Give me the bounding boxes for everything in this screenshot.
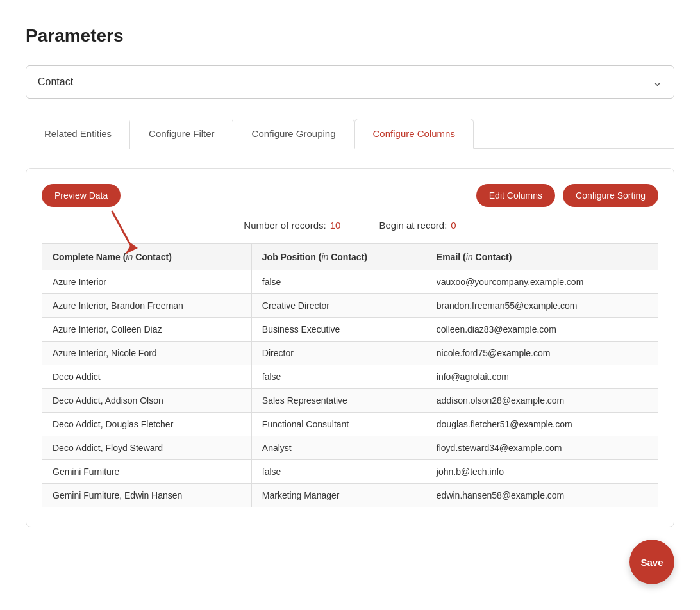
configure-sorting-button[interactable]: Configure Sorting <box>563 184 658 207</box>
col-header-job: Job Position (in Contact) <box>251 244 426 270</box>
cell-name: Deco Addict, Floyd Steward <box>42 436 252 460</box>
cell-email: douglas.fletcher51@example.com <box>426 413 658 436</box>
toolbar-left: Preview Data <box>42 184 121 207</box>
stats-row: Number of records: 10 Begin at record: 0 <box>42 220 658 231</box>
table-row: Gemini Furniturefalsejohn.b@tech.info <box>42 460 658 484</box>
cell-job: Analyst <box>251 436 426 460</box>
toolbar: Preview Data Edit Columns Configure Sort… <box>42 184 658 207</box>
contact-dropdown[interactable]: Contact ⌄ <box>26 65 674 99</box>
table-row: Deco Addict, Addison OlsonSales Represen… <box>42 389 658 413</box>
data-table: Complete Name (in Contact) Job Position … <box>42 243 658 507</box>
tabs-container: Related Entities Configure Filter Config… <box>26 118 674 149</box>
table-row: Azure Interiorfalsevauxoo@yourcompany.ex… <box>42 270 658 294</box>
cell-email: john.b@tech.info <box>426 460 658 484</box>
chevron-down-icon: ⌄ <box>653 75 662 89</box>
content-section: Preview Data Edit Columns Configure Sort… <box>26 168 674 527</box>
table-row: Azure Interior, Nicole FordDirectornicol… <box>42 342 658 365</box>
table-row: Azure Interior, Colleen DiazBusiness Exe… <box>42 318 658 342</box>
begin-value-link[interactable]: 0 <box>451 220 456 231</box>
col-header-name: Complete Name (in Contact) <box>42 244 252 270</box>
begin-label: Begin at record: <box>379 220 447 231</box>
table-row: Gemini Furniture, Edwin HansenMarketing … <box>42 484 658 507</box>
cell-job: Marketing Manager <box>251 484 426 507</box>
cell-email: edwin.hansen58@example.com <box>426 484 658 507</box>
tab-related-entities[interactable]: Related Entities <box>26 119 130 149</box>
cell-email: vauxoo@yourcompany.example.com <box>426 270 658 294</box>
cell-job: Creative Director <box>251 294 426 318</box>
toolbar-row: Preview Data Edit Columns Configure Sort… <box>42 184 658 207</box>
begin-stat: Begin at record: 0 <box>379 220 456 231</box>
records-value-link[interactable]: 10 <box>330 220 341 231</box>
cell-job: false <box>251 365 426 389</box>
cell-name: Deco Addict, Douglas Fletcher <box>42 413 252 436</box>
table-row: Deco Addict, Douglas FletcherFunctional … <box>42 413 658 436</box>
cell-email: addison.olson28@example.com <box>426 389 658 413</box>
dropdown-label: Contact <box>38 76 73 88</box>
cell-name: Azure Interior, Nicole Ford <box>42 342 252 365</box>
records-label: Number of records: <box>244 220 326 231</box>
cell-job: Director <box>251 342 426 365</box>
cell-name: Azure Interior, Brandon Freeman <box>42 294 252 318</box>
cell-email: colleen.diaz83@example.com <box>426 318 658 342</box>
cell-job: Business Executive <box>251 318 426 342</box>
cell-name: Gemini Furniture, Edwin Hansen <box>42 484 252 507</box>
preview-data-button[interactable]: Preview Data <box>42 184 121 207</box>
cell-job: Functional Consultant <box>251 413 426 436</box>
cell-name: Gemini Furniture <box>42 460 252 484</box>
tab-configure-grouping[interactable]: Configure Grouping <box>233 119 354 149</box>
col-header-email: Email (in Contact) <box>426 244 658 270</box>
table-row: Deco Addictfalseinfo@agrolait.com <box>42 365 658 389</box>
table-header-row: Complete Name (in Contact) Job Position … <box>42 244 658 270</box>
cell-job: false <box>251 270 426 294</box>
cell-name: Azure Interior <box>42 270 252 294</box>
table-row: Azure Interior, Brandon FreemanCreative … <box>42 294 658 318</box>
save-button[interactable]: Save <box>629 540 674 584</box>
tab-configure-columns[interactable]: Configure Columns <box>354 119 474 149</box>
cell-name: Azure Interior, Colleen Diaz <box>42 318 252 342</box>
toolbar-right: Edit Columns Configure Sorting <box>476 184 658 207</box>
table-row: Deco Addict, Floyd StewardAnalystfloyd.s… <box>42 436 658 460</box>
cell-email: info@agrolait.com <box>426 365 658 389</box>
cell-email: nicole.ford75@example.com <box>426 342 658 365</box>
records-stat: Number of records: 10 <box>244 220 340 231</box>
page-title: Parameters <box>26 26 674 46</box>
cell-name: Deco Addict <box>42 365 252 389</box>
cell-job: false <box>251 460 426 484</box>
tab-configure-filter[interactable]: Configure Filter <box>130 119 233 149</box>
cell-email: brandon.freeman55@example.com <box>426 294 658 318</box>
cell-email: floyd.steward34@example.com <box>426 436 658 460</box>
cell-job: Sales Representative <box>251 389 426 413</box>
edit-columns-button[interactable]: Edit Columns <box>476 184 555 207</box>
cell-name: Deco Addict, Addison Olson <box>42 389 252 413</box>
